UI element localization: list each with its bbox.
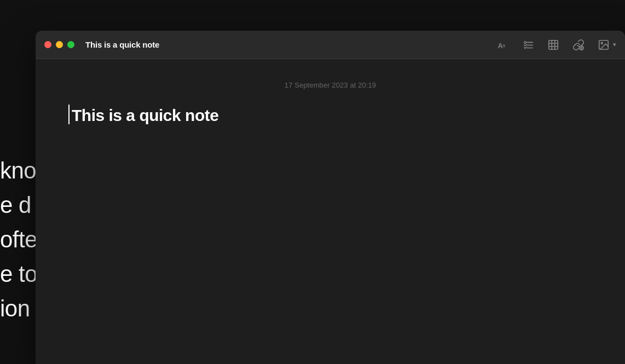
table-button[interactable] (547, 39, 559, 51)
sidebar-word-4: e to (0, 257, 36, 291)
note-title-text: This is a quick note (72, 106, 218, 125)
toolbar-icons: A a (497, 39, 616, 51)
traffic-lights (44, 41, 74, 48)
svg-point-2 (524, 41, 526, 43)
minimize-button[interactable] (56, 41, 63, 48)
media-dropdown-chevron[interactable]: ▾ (613, 41, 616, 48)
collaborate-link-button[interactable] (572, 39, 585, 51)
maximize-button[interactable] (67, 41, 74, 48)
font-format-button[interactable]: A a (497, 39, 509, 51)
note-content-area[interactable]: 17 September 2023 at 20:19 This is a qui… (36, 59, 625, 364)
note-title[interactable]: This is a quick note (68, 106, 592, 125)
close-button[interactable] (44, 41, 51, 48)
sidebar-partial-text: kno e d ofte e to ion (0, 0, 36, 364)
sidebar-word-2: e d (0, 188, 36, 222)
note-date: 17 September 2023 at 20:19 (68, 81, 592, 89)
sidebar-word-5: ion (0, 291, 36, 326)
checklist-button[interactable] (522, 39, 534, 51)
svg-line-8 (525, 47, 527, 48)
svg-point-19 (601, 42, 603, 44)
svg-line-5 (525, 44, 527, 46)
text-cursor (68, 105, 70, 124)
svg-text:a: a (502, 42, 506, 48)
window-title: This is a quick note (85, 40, 159, 49)
media-button-group[interactable]: ▾ (598, 39, 616, 51)
svg-rect-10 (549, 40, 558, 49)
sidebar-word-1: kno (0, 153, 36, 188)
media-button[interactable] (598, 39, 610, 51)
titlebar: This is a quick note A a (36, 31, 625, 59)
sidebar-word-3: ofte (0, 222, 36, 257)
main-window: This is a quick note A a (36, 31, 625, 364)
